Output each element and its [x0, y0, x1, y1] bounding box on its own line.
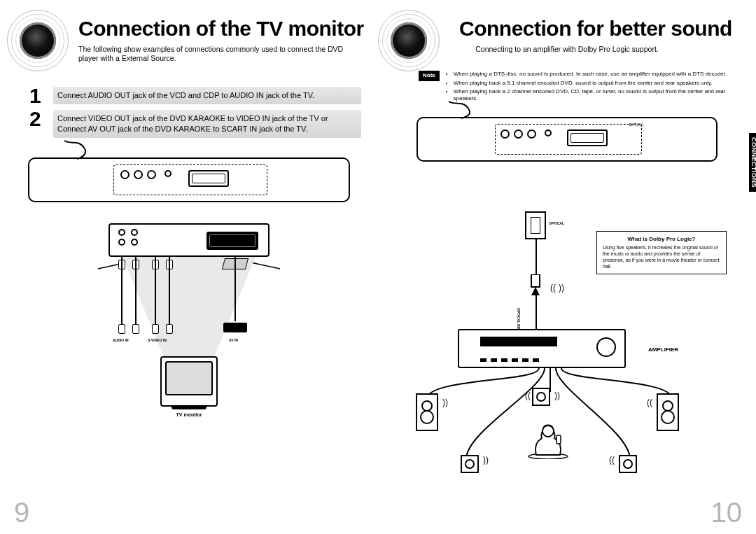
sound-waves-icon: )) [525, 393, 531, 398]
page-subtitle: The following show examples of connectio… [78, 45, 358, 63]
page-number: 9 [14, 497, 29, 528]
rear-right-speaker-icon [619, 455, 637, 473]
center-speaker-icon [532, 388, 550, 406]
info-box-title: What is Dolby Pro Logic? [603, 236, 720, 242]
page-10: Connection for better sound Connecting t… [378, 0, 756, 534]
optical-label: OPTICAL [549, 221, 564, 225]
speaker-icon [378, 10, 440, 71]
section-tab: CONNECTIONS [749, 133, 756, 192]
note-item: When playing back a 2 channel encoded DV… [454, 88, 739, 103]
tv-monitor-caption: TV monitor [17, 412, 361, 417]
svg-rect-7 [556, 435, 561, 444]
step-2: 2 Connect VIDEO OUT jack of the DVD KARA… [29, 110, 361, 138]
step-list: 1 Connect AUDIO OUT jack of the VCD and … [29, 87, 361, 138]
info-box-text: Using five speakers, it recreates the or… [603, 244, 720, 269]
svg-marker-3 [531, 287, 540, 295]
sound-waves-icon: )) [647, 400, 652, 405]
front-left-speaker-icon [416, 393, 438, 431]
audio-in-label: AUDIO IN [113, 338, 129, 342]
page-title: Connection of the TV monitor [78, 17, 361, 41]
step-number: 2 [29, 107, 41, 131]
tv-rear-panel: EXT.(AV) [108, 223, 270, 257]
page-subtitle: Connecting to an amplifier with Dolby Pr… [395, 45, 739, 54]
step-number: 1 [29, 84, 41, 108]
step-text: Connect VIDEO OUT jack of the DVD KARAOK… [53, 110, 361, 138]
sound-waves-icon: )) [554, 393, 560, 398]
amplifier-icon [458, 329, 626, 368]
optical-connector-bottom [529, 274, 542, 295]
note-item: When playing back a 5.1 channel encoded … [454, 80, 739, 87]
page-9: Connection of the TV monitor The followi… [0, 0, 378, 534]
tv-monitor-icon [160, 356, 218, 407]
note-badge: Note [419, 71, 440, 80]
speaker-icon [7, 10, 69, 71]
sound-waves-icon: )) [609, 458, 615, 463]
sound-waves-icon: )) [442, 400, 448, 405]
optical-connector-top [525, 211, 546, 239]
ext-av-label: EXT.(AV) [229, 226, 243, 230]
page-number: 10 [711, 497, 743, 528]
svg-rect-2 [531, 274, 540, 287]
sound-waves-icon: )) [483, 458, 489, 463]
ext-av-label: EXT.(AV) [629, 122, 643, 127]
note-block: Note When playing a DTS disc, no sound i… [419, 71, 739, 104]
dvd-back-panel [28, 157, 350, 202]
svideo-in-label: S-VIDEO IN [148, 338, 167, 342]
cable-diagram: AUDIO IN S-VIDEO IN AV IN [108, 257, 270, 341]
av-in-label: AV IN [229, 338, 238, 342]
amplifier-label: AMPLIFIER [648, 346, 678, 353]
step-1: 1 Connect AUDIO OUT jack of the VCD and … [29, 87, 361, 104]
front-right-speaker-icon [657, 393, 679, 431]
note-item: When playing a DTS disc, no sound is pro… [454, 71, 739, 78]
page-title: Connection for better sound [459, 17, 739, 41]
listener-icon [526, 419, 570, 459]
info-box: What is Dolby Pro Logic? Using five spea… [596, 231, 727, 274]
step-text: Connect AUDIO OUT jack of the VCD and CD… [53, 87, 361, 104]
dvd-back-panel: EXT.(AV) [416, 117, 718, 162]
sound-waves-icon: )) [550, 286, 556, 290]
sound-waves-icon: )) [559, 286, 564, 290]
rear-left-speaker-icon [461, 455, 479, 473]
